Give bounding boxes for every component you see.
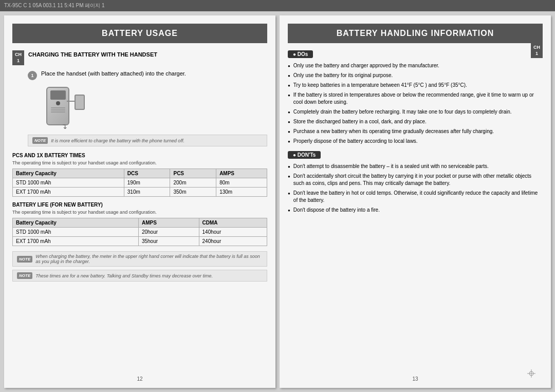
section3-title: BATTERY LIFE (FOR NEW BATTERY) (12, 202, 267, 208)
list-item: Store the discharged battery in a cool, … (288, 118, 543, 125)
note-badge-3: NOTE (17, 272, 32, 279)
td-std-cap-1: STD 1000 mAh (13, 178, 124, 188)
section1-note-text: It is more efficient to charge the batte… (51, 138, 184, 143)
td-ext-cap-2: EXT 1700 mAh (13, 237, 139, 246)
table-row: EXT 1700 mAh 310m 350m 130m (13, 188, 267, 197)
td-ext-pcs: 350m (170, 188, 216, 197)
th-capacity-1: Battery Capacity (13, 169, 124, 178)
list-item: Completely drain the battery before rech… (288, 108, 543, 116)
td-std-dcs: 190m (124, 178, 170, 188)
left-page: BATTERY USAGE CH 1 CHARGING THE BATTERY … (4, 15, 275, 388)
td-ext-cdma: 240hour (199, 237, 267, 246)
note-badge-2: NOTE (17, 256, 32, 263)
th-dcs: DCS (124, 169, 170, 178)
table-row: STD 1000 mAh 190m 200m 80m (13, 178, 267, 188)
donts-badge: ● DON'Ts (288, 151, 321, 159)
ch-badge-left: CH 1 (12, 50, 24, 65)
td-std-amps: 80m (216, 178, 267, 188)
list-item: Properly dispose of the battery accordin… (288, 138, 543, 145)
right-page: BATTERY HANDLING INFORMATION CH 1 ● DOs … (280, 15, 551, 388)
right-page-header: BATTERY HANDLING INFORMATION (288, 24, 543, 43)
section1-content: 1 Place the handset (with battery attach… (28, 70, 267, 146)
phone-image-area: ↴ (41, 84, 267, 130)
list-item: If the battery is stored in temperatures… (288, 91, 543, 106)
list-item: Purchase a new battery when its operatin… (288, 128, 543, 135)
main-content: BATTERY USAGE CH 1 CHARGING THE BATTERY … (0, 11, 555, 392)
section3-sub-note: The operating time is subject to your ha… (12, 210, 267, 215)
td-std-amps-2: 20hour (138, 228, 199, 237)
list-item: Don't accidentally short circuit the bat… (288, 173, 543, 187)
section1-title-row: CH 1 CHARGING THE BATTERY WITH THE HANDS… (12, 50, 267, 65)
note-box-2: NOTE When charging the battery, the mete… (12, 251, 267, 267)
dos-section: ● DOs Only use the battery and charger a… (288, 50, 543, 145)
table-row: EXT 1700 mAh 35hour 240hour (13, 237, 267, 246)
note-box-3: NOTE These times are for a new battery. … (12, 270, 267, 282)
left-page-header: BATTERY USAGE (12, 24, 267, 43)
td-ext-dcs: 310m (124, 188, 170, 197)
th-pcs: PCS (170, 169, 216, 178)
charger-body (75, 95, 85, 110)
list-item: Don't dispose of the battery into a fire… (288, 207, 543, 214)
th-amps-1: AMPS (216, 169, 267, 178)
section1-note: NOTE It is more efficient to charge the … (28, 135, 267, 146)
ch-badge-right: CH 1 (531, 43, 543, 58)
donts-list: Don't attempt to disassemble the battery… (288, 163, 543, 214)
th-capacity-2: Battery Capacity (13, 218, 139, 228)
donts-section: ● DON'Ts Don't attempt to disassemble th… (288, 151, 543, 214)
section2-sub-note: The operating time is subject to your ha… (12, 160, 267, 165)
note2-text: When charging the battery, the meter in … (35, 254, 263, 264)
step1-text: Place the handset (with battery attached… (41, 70, 186, 77)
dos-label: DOs (298, 51, 308, 57)
table-header-row: Battery Capacity DCS PCS AMPS (13, 169, 267, 178)
list-item: Don't leave the battery in hot or cold t… (288, 190, 543, 204)
right-page-number: 13 (412, 376, 418, 382)
table-row: STD 1000 mAh 20hour 140hour (13, 228, 267, 237)
section2-title: PCS AND 1X BATTERY TIMES (12, 153, 267, 158)
note3-text: These times are for a new battery. Talki… (35, 273, 213, 278)
td-std-pcs: 200m (170, 178, 216, 188)
list-item: Don't attempt to disassemble the battery… (288, 163, 543, 170)
crosshair-icon (527, 369, 535, 378)
td-std-cap-2: STD 1000 mAh (13, 228, 139, 237)
battery-life-table: Battery Capacity AMPS CDMA STD 1000 mAh … (12, 218, 267, 246)
td-ext-amps: 130m (216, 188, 267, 197)
dos-list: Only use the battery and charger approve… (288, 62, 543, 145)
list-item: Only use the battery for its original pu… (288, 72, 543, 79)
list-item: Try to keep batteries in a temperature b… (288, 82, 543, 89)
charger-wire (67, 101, 75, 102)
step1-icon: 1 (28, 71, 37, 80)
phone-illustration: ↴ (41, 84, 87, 130)
battery-times-table: Battery Capacity DCS PCS AMPS STD 1000 m… (12, 169, 267, 197)
note-badge-1: NOTE (32, 137, 48, 144)
td-ext-cap-1: EXT 1700 mAh (13, 188, 124, 197)
td-ext-amps-2: 35hour (138, 237, 199, 246)
left-page-number: 12 (137, 376, 142, 382)
phone-body (46, 87, 69, 125)
top-bar-text: TX-95C C 1 05A 003.1 11 5:41 PM 페이지 1 (4, 2, 105, 9)
td-std-cdma: 140hour (199, 228, 267, 237)
table-header-row: Battery Capacity AMPS CDMA (13, 218, 267, 228)
th-cdma: CDMA (199, 218, 267, 228)
section1-title: CHARGING THE BATTERY WITH THE HANDSET (28, 51, 157, 58)
list-item: Only use the battery and charger approve… (288, 62, 543, 69)
top-bar: TX-95C C 1 05A 003.1 11 5:41 PM 페이지 1 (0, 0, 555, 11)
step1-row: 1 Place the handset (with battery attach… (28, 70, 267, 80)
dos-badge: ● DOs (288, 50, 313, 58)
donts-label: DON'Ts (298, 152, 316, 158)
th-amps-2: AMPS (138, 218, 199, 228)
